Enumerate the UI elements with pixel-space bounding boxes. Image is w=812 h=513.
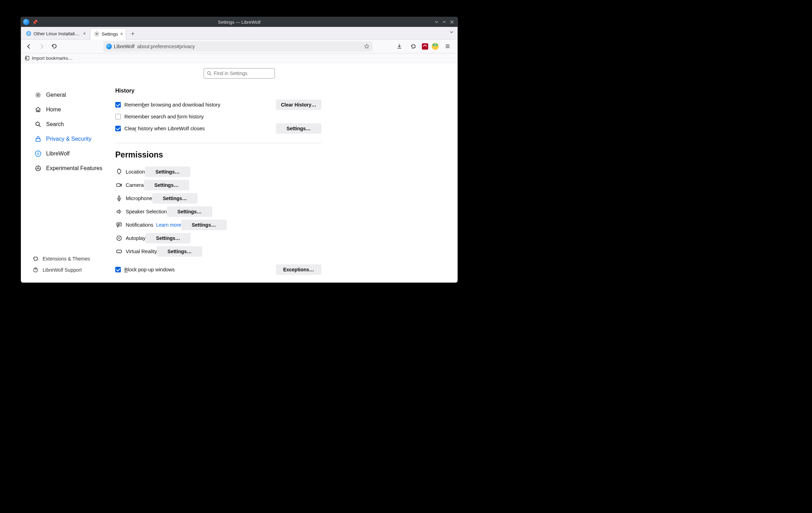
autoplay-icon: [115, 235, 123, 241]
pin-icon[interactable]: 📌: [32, 20, 38, 25]
svg-point-1: [27, 32, 30, 35]
link-label: Extensions & Themes: [43, 256, 90, 262]
reload-button[interactable]: [49, 41, 59, 52]
divider: [115, 143, 321, 143]
speaker-icon: [115, 208, 123, 215]
librewolf-icon: [34, 150, 42, 157]
librewolf-support-link[interactable]: LibreWolf Support: [33, 264, 115, 276]
camera-icon: [115, 182, 123, 188]
ublock-icon[interactable]: [422, 43, 428, 50]
downloads-button[interactable]: [394, 41, 404, 52]
svg-point-6: [36, 122, 39, 126]
category-label: Search: [46, 121, 64, 127]
category-label: Privacy & Security: [46, 136, 92, 142]
gear-icon: [34, 91, 42, 99]
category-experimental[interactable]: Experimental Features: [33, 161, 115, 176]
bookmark-star-button[interactable]: [364, 44, 370, 49]
link-label: LibreWolf Support: [43, 267, 82, 273]
microphone-settings-button[interactable]: Settings…: [152, 193, 198, 204]
svg-rect-19: [117, 223, 122, 226]
learn-more-link[interactable]: Learn more: [156, 222, 181, 228]
window-minimize-button[interactable]: [434, 20, 439, 24]
camera-settings-button[interactable]: Settings…: [144, 180, 189, 190]
location-settings-button[interactable]: Settings…: [145, 167, 190, 177]
svg-point-9: [37, 153, 39, 155]
tab-bar: Other Linux Installation – L × Settings …: [21, 27, 458, 39]
location-icon: [115, 169, 123, 175]
category-home[interactable]: Home: [33, 102, 115, 117]
settings-main: History Remember browsing and download h…: [115, 63, 458, 283]
window-close-button[interactable]: [450, 20, 454, 24]
permission-camera-label: Camera: [126, 182, 144, 188]
popup-exceptions-button[interactable]: Exceptions…: [276, 264, 321, 275]
svg-point-13: [39, 169, 40, 169]
gear-icon: [94, 31, 100, 37]
category-privacy[interactable]: Privacy & Security: [33, 132, 115, 146]
help-icon: [33, 267, 39, 273]
search-placeholder: Find in Settings: [214, 71, 248, 76]
svg-point-12: [38, 166, 38, 167]
svg-rect-18: [118, 196, 120, 199]
svg-point-2: [96, 33, 97, 35]
tab-settings[interactable]: Settings ×: [90, 28, 126, 39]
user-agent-switcher-icon[interactable]: US: [432, 43, 439, 50]
permission-autoplay-label: Autoplay: [126, 235, 145, 241]
extensions-themes-link[interactable]: Extensions & Themes: [33, 253, 115, 264]
category-label: LibreWolf: [46, 151, 70, 157]
toolbar: LibreWolf about:preferences#privacy US: [21, 39, 458, 53]
app-icon: [23, 19, 29, 25]
window-title: Settings — LibreWolf: [21, 20, 458, 25]
permission-microphone-label: Microphone: [126, 196, 152, 201]
lock-icon: [34, 135, 42, 143]
svg-point-11: [37, 168, 39, 169]
extensions-button[interactable]: [408, 41, 418, 52]
tab-title: Settings: [102, 31, 118, 37]
clear-on-close-label: Clear history when LibreWolf closes: [124, 126, 205, 131]
flask-icon: [34, 164, 42, 172]
microphone-icon: [115, 195, 123, 201]
category-general[interactable]: General: [33, 88, 115, 102]
autoplay-settings-button[interactable]: Settings…: [145, 233, 191, 243]
clear-on-close-checkbox[interactable]: [115, 126, 121, 131]
block-popups-checkbox[interactable]: [115, 267, 121, 272]
find-in-settings-input[interactable]: Find in Settings: [204, 68, 275, 79]
url-bar[interactable]: LibreWolf about:preferences#privacy: [103, 41, 372, 52]
back-button[interactable]: [24, 41, 34, 52]
category-librewolf[interactable]: LibreWolf: [33, 146, 115, 161]
content-area: Find in Settings General Home S: [21, 63, 458, 283]
permission-vr-label: Virtual Reality: [126, 249, 157, 254]
forward-button[interactable]: [36, 41, 47, 52]
librewolf-icon: [26, 31, 31, 36]
tab-close-button[interactable]: ×: [83, 31, 86, 36]
notifications-settings-button[interactable]: Settings…: [181, 220, 227, 230]
clear-history-button[interactable]: Clear History…: [276, 100, 321, 110]
import-bookmarks-link[interactable]: Import bookmarks…: [32, 56, 73, 61]
app-menu-button[interactable]: [442, 41, 453, 52]
speaker-settings-button[interactable]: Settings…: [167, 206, 212, 217]
app-window: 📌 Settings — LibreWolf Other Linux Insta…: [21, 17, 458, 283]
window-maximize-button[interactable]: [442, 20, 446, 24]
vr-settings-button[interactable]: Settings…: [157, 246, 202, 257]
category-search[interactable]: Search: [33, 117, 115, 132]
settings-sidebar: General Home Search Privacy & Security: [21, 63, 115, 283]
remember-browsing-label: Remember browsing and download history: [124, 102, 220, 108]
svg-rect-17: [117, 184, 120, 186]
librewolf-icon: [106, 44, 112, 49]
home-icon: [34, 106, 42, 113]
permission-notifications-label: Notifications: [126, 222, 153, 228]
tab-close-button[interactable]: ×: [120, 31, 123, 37]
tabs-overflow-button[interactable]: [449, 30, 454, 35]
new-tab-button[interactable]: +: [127, 29, 138, 39]
remember-browsing-checkbox[interactable]: [115, 102, 121, 108]
clear-on-close-settings-button[interactable]: Settings…: [276, 123, 321, 134]
notification-icon: [115, 222, 123, 228]
svg-point-4: [207, 72, 210, 74]
urlbar-brand: LibreWolf: [114, 44, 134, 49]
bookmarks-bar: Import bookmarks…: [21, 53, 458, 63]
remember-search-checkbox[interactable]: [115, 114, 121, 119]
history-heading: History: [115, 88, 321, 94]
vr-icon: [115, 248, 123, 255]
tab-other-linux[interactable]: Other Linux Installation – L ×: [22, 28, 89, 39]
remember-search-label: Remember search and form history: [124, 114, 204, 119]
block-popups-label: Block pop-up windows: [124, 267, 175, 272]
